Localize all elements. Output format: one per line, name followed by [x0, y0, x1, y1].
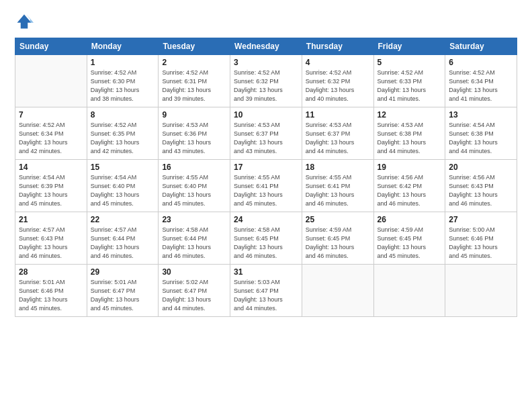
- day-info: Sunrise: 4:59 AM Sunset: 6:45 PM Dayligh…: [378, 226, 442, 261]
- day-cell: 25Sunrise: 4:59 AM Sunset: 6:45 PM Dayli…: [302, 212, 373, 265]
- day-info: Sunrise: 4:52 AM Sunset: 6:34 PM Dayligh…: [19, 121, 83, 156]
- day-info: Sunrise: 5:00 AM Sunset: 6:46 PM Dayligh…: [449, 226, 513, 261]
- day-cell: 6Sunrise: 4:52 AM Sunset: 6:34 PM Daylig…: [445, 55, 517, 107]
- day-number: 10: [234, 110, 298, 120]
- day-cell: 19Sunrise: 4:56 AM Sunset: 6:42 PM Dayli…: [373, 160, 445, 212]
- day-info: Sunrise: 4:52 AM Sunset: 6:31 PM Dayligh…: [162, 68, 226, 103]
- week-row-1: 1Sunrise: 4:52 AM Sunset: 6:30 PM Daylig…: [15, 55, 517, 107]
- day-number: 26: [378, 215, 442, 224]
- weekday-header-row: SundayMondayTuesdayWednesdayThursdayFrid…: [15, 38, 517, 55]
- day-cell: 13Sunrise: 4:54 AM Sunset: 6:38 PM Dayli…: [445, 107, 517, 160]
- day-number: 1: [91, 58, 155, 67]
- day-info: Sunrise: 4:54 AM Sunset: 6:39 PM Dayligh…: [19, 173, 83, 208]
- day-number: 31: [234, 267, 298, 277]
- day-cell: 10Sunrise: 4:53 AM Sunset: 6:37 PM Dayli…: [230, 107, 302, 160]
- day-info: Sunrise: 4:52 AM Sunset: 6:34 PM Dayligh…: [449, 68, 513, 103]
- day-number: 15: [91, 163, 155, 172]
- day-number: 5: [378, 58, 442, 67]
- day-info: Sunrise: 4:56 AM Sunset: 6:42 PM Dayligh…: [378, 173, 442, 208]
- day-cell: 14Sunrise: 4:54 AM Sunset: 6:39 PM Dayli…: [15, 160, 87, 212]
- day-info: Sunrise: 4:54 AM Sunset: 6:40 PM Dayligh…: [91, 173, 155, 208]
- day-number: 29: [91, 267, 155, 277]
- logo: [15, 12, 36, 31]
- day-info: Sunrise: 4:58 AM Sunset: 6:45 PM Dayligh…: [234, 226, 298, 261]
- day-info: Sunrise: 4:59 AM Sunset: 6:45 PM Dayligh…: [306, 226, 370, 261]
- day-info: Sunrise: 4:54 AM Sunset: 6:38 PM Dayligh…: [449, 121, 513, 156]
- day-info: Sunrise: 5:01 AM Sunset: 6:46 PM Dayligh…: [19, 278, 83, 313]
- day-number: 14: [19, 163, 83, 172]
- day-number: 11: [306, 110, 370, 120]
- week-row-2: 7Sunrise: 4:52 AM Sunset: 6:34 PM Daylig…: [15, 107, 517, 160]
- day-info: Sunrise: 4:55 AM Sunset: 6:41 PM Dayligh…: [234, 173, 298, 208]
- week-row-3: 14Sunrise: 4:54 AM Sunset: 6:39 PM Dayli…: [15, 160, 517, 212]
- weekday-header-friday: Friday: [373, 38, 445, 55]
- day-number: 2: [162, 58, 226, 67]
- day-number: 30: [162, 267, 226, 277]
- day-number: 12: [378, 110, 442, 120]
- day-cell: 5Sunrise: 4:52 AM Sunset: 6:33 PM Daylig…: [373, 55, 445, 107]
- weekday-header-thursday: Thursday: [302, 38, 373, 55]
- day-info: Sunrise: 5:03 AM Sunset: 6:47 PM Dayligh…: [234, 278, 298, 313]
- day-info: Sunrise: 4:53 AM Sunset: 6:36 PM Dayligh…: [162, 121, 226, 156]
- weekday-header-saturday: Saturday: [445, 38, 517, 55]
- day-number: 20: [449, 163, 513, 172]
- day-number: 18: [306, 163, 370, 172]
- day-info: Sunrise: 4:52 AM Sunset: 6:33 PM Dayligh…: [378, 68, 442, 103]
- day-info: Sunrise: 4:53 AM Sunset: 6:38 PM Dayligh…: [378, 121, 442, 156]
- day-number: 3: [234, 58, 298, 67]
- day-cell: 16Sunrise: 4:55 AM Sunset: 6:40 PM Dayli…: [159, 160, 230, 212]
- day-number: 8: [91, 110, 155, 120]
- page: SundayMondayTuesdayWednesdayThursdayFrid…: [0, 0, 532, 411]
- weekday-header-tuesday: Tuesday: [159, 38, 230, 55]
- day-number: 19: [378, 163, 442, 172]
- day-cell: 23Sunrise: 4:58 AM Sunset: 6:44 PM Dayli…: [159, 212, 230, 265]
- day-info: Sunrise: 4:53 AM Sunset: 6:37 PM Dayligh…: [234, 121, 298, 156]
- day-info: Sunrise: 4:56 AM Sunset: 6:43 PM Dayligh…: [449, 173, 513, 208]
- day-cell: 7Sunrise: 4:52 AM Sunset: 6:34 PM Daylig…: [15, 107, 87, 160]
- day-number: 21: [19, 215, 83, 224]
- day-cell: 3Sunrise: 4:52 AM Sunset: 6:32 PM Daylig…: [230, 55, 302, 107]
- day-info: Sunrise: 4:52 AM Sunset: 6:35 PM Dayligh…: [91, 121, 155, 156]
- day-cell: 2Sunrise: 4:52 AM Sunset: 6:31 PM Daylig…: [159, 55, 230, 107]
- day-cell: 30Sunrise: 5:02 AM Sunset: 6:47 PM Dayli…: [159, 265, 230, 317]
- day-number: 17: [234, 163, 298, 172]
- day-cell: 20Sunrise: 4:56 AM Sunset: 6:43 PM Dayli…: [445, 160, 517, 212]
- day-cell: [15, 55, 87, 107]
- day-cell: 31Sunrise: 5:03 AM Sunset: 6:47 PM Dayli…: [230, 265, 302, 317]
- week-row-5: 28Sunrise: 5:01 AM Sunset: 6:46 PM Dayli…: [15, 265, 517, 317]
- svg-marker-0: [17, 15, 32, 29]
- day-cell: 24Sunrise: 4:58 AM Sunset: 6:45 PM Dayli…: [230, 212, 302, 265]
- day-info: Sunrise: 5:02 AM Sunset: 6:47 PM Dayligh…: [162, 278, 226, 313]
- day-number: 7: [19, 110, 83, 120]
- day-number: 9: [162, 110, 226, 120]
- day-info: Sunrise: 4:52 AM Sunset: 6:32 PM Dayligh…: [306, 68, 370, 103]
- day-cell: 11Sunrise: 4:53 AM Sunset: 6:37 PM Dayli…: [302, 107, 373, 160]
- day-info: Sunrise: 4:55 AM Sunset: 6:40 PM Dayligh…: [162, 173, 226, 208]
- weekday-header-monday: Monday: [87, 38, 159, 55]
- day-cell: 18Sunrise: 4:55 AM Sunset: 6:41 PM Dayli…: [302, 160, 373, 212]
- header: [15, 12, 517, 31]
- calendar-table: SundayMondayTuesdayWednesdayThursdayFrid…: [15, 38, 517, 317]
- day-cell: 1Sunrise: 4:52 AM Sunset: 6:30 PM Daylig…: [87, 55, 159, 107]
- day-info: Sunrise: 4:52 AM Sunset: 6:30 PM Dayligh…: [91, 68, 155, 103]
- weekday-header-sunday: Sunday: [15, 38, 87, 55]
- day-cell: 9Sunrise: 4:53 AM Sunset: 6:36 PM Daylig…: [159, 107, 230, 160]
- day-cell: 12Sunrise: 4:53 AM Sunset: 6:38 PM Dayli…: [373, 107, 445, 160]
- day-cell: 8Sunrise: 4:52 AM Sunset: 6:35 PM Daylig…: [87, 107, 159, 160]
- day-info: Sunrise: 4:57 AM Sunset: 6:43 PM Dayligh…: [19, 226, 83, 261]
- day-number: 25: [306, 215, 370, 224]
- day-number: 22: [91, 215, 155, 224]
- day-info: Sunrise: 4:58 AM Sunset: 6:44 PM Dayligh…: [162, 226, 226, 261]
- logo-icon: [15, 12, 34, 31]
- day-cell: [445, 265, 517, 317]
- day-cell: 21Sunrise: 4:57 AM Sunset: 6:43 PM Dayli…: [15, 212, 87, 265]
- day-cell: 17Sunrise: 4:55 AM Sunset: 6:41 PM Dayli…: [230, 160, 302, 212]
- day-cell: 27Sunrise: 5:00 AM Sunset: 6:46 PM Dayli…: [445, 212, 517, 265]
- day-info: Sunrise: 4:57 AM Sunset: 6:44 PM Dayligh…: [91, 226, 155, 261]
- day-cell: 15Sunrise: 4:54 AM Sunset: 6:40 PM Dayli…: [87, 160, 159, 212]
- day-number: 28: [19, 267, 83, 277]
- day-info: Sunrise: 5:01 AM Sunset: 6:47 PM Dayligh…: [91, 278, 155, 313]
- day-number: 13: [449, 110, 513, 120]
- day-info: Sunrise: 4:53 AM Sunset: 6:37 PM Dayligh…: [306, 121, 370, 156]
- week-row-4: 21Sunrise: 4:57 AM Sunset: 6:43 PM Dayli…: [15, 212, 517, 265]
